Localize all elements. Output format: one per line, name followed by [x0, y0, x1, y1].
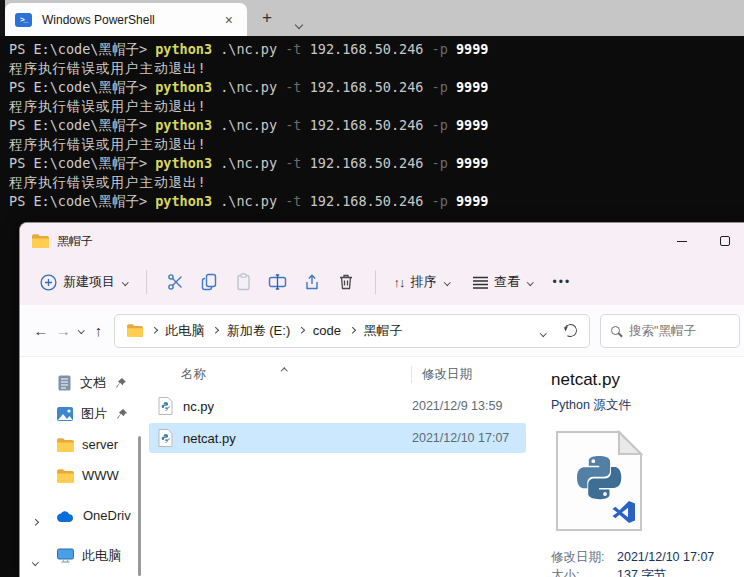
script-arg: .\nc.py [212, 41, 285, 57]
terminal-content[interactable]: PS E:\code\黑帽子> python3 .\nc.py -t 192.1… [0, 36, 744, 222]
explorer-address-row: ← → ↑ 此电脑 新加卷 (E:) code 黑帽子 [20, 305, 744, 357]
back-button[interactable]: ← [30, 322, 52, 339]
chevron-right-icon [349, 327, 355, 333]
sidebar-item-label: 此电脑 [82, 547, 121, 565]
explorer-content: 文档 图片 s [20, 357, 744, 577]
flag-p: -p [432, 117, 448, 133]
recent-locations-button[interactable] [74, 328, 87, 333]
column-headers: 名称 修改日期 [141, 359, 535, 389]
flag-p: -p [432, 79, 448, 95]
sidebar-item-server[interactable]: server [20, 429, 141, 460]
prompt-text: PS E:\code\黑帽子> [9, 41, 155, 57]
sidebar-item-documents[interactable]: 文档 [20, 367, 141, 398]
search-box[interactable] [600, 314, 740, 348]
file-modified-date: 2021/12/9 13:59 [412, 399, 502, 413]
address-bar[interactable]: 此电脑 新加卷 (E:) code 黑帽子 [114, 314, 590, 348]
sidebar-item-this-pc[interactable]: 此电脑 [20, 540, 141, 571]
share-button[interactable] [295, 267, 329, 297]
flag-t: -t [285, 155, 301, 171]
tab-dropdown-button[interactable] [296, 14, 302, 32]
sort-button[interactable]: ↑↓ 排序 [388, 267, 456, 297]
onedrive-icon [57, 510, 75, 522]
property-label: 修改日期: [551, 548, 617, 566]
scissors-icon [167, 273, 185, 291]
port-arg: 9999 [448, 41, 489, 57]
file-modified-date: 2021/12/10 17:07 [412, 431, 509, 445]
tab-windows-powershell[interactable]: >_ Windows PowerShell × [5, 3, 247, 36]
maximize-icon [720, 236, 730, 246]
terminal-command-line: PS E:\code\黑帽子> python3 .\nc.py -t 192.1… [9, 154, 744, 173]
folder-icon [127, 324, 143, 337]
sort-label: 排序 [411, 273, 437, 291]
details-properties: 修改日期: 2021/12/10 17:07 大小: 137 字节 创建日期: … [551, 548, 744, 577]
ip-arg: 192.168.50.246 [302, 79, 432, 95]
sort-arrows-icon: ↑↓ [394, 275, 405, 290]
column-divider[interactable] [411, 366, 412, 383]
sort-ascending-icon [282, 362, 287, 376]
maximize-button[interactable] [720, 236, 730, 246]
up-button[interactable]: ↑ [87, 322, 109, 339]
delete-button[interactable] [329, 267, 363, 297]
minimize-button[interactable] [677, 241, 687, 242]
window-title: 黑帽子 [57, 233, 669, 250]
prompt-text: PS E:\code\黑帽子> [9, 79, 155, 95]
chevron-down-icon [541, 330, 547, 336]
chevron-down-icon [78, 327, 84, 333]
new-tab-button[interactable]: + [262, 8, 272, 28]
rename-button[interactable] [261, 267, 295, 297]
plus-circle-icon [40, 274, 57, 291]
forward-button[interactable]: → [52, 322, 74, 339]
chevron-down-icon [295, 21, 303, 29]
search-input[interactable] [629, 324, 729, 338]
new-item-button[interactable]: 新建项目 [34, 267, 134, 297]
file-row-netcat-py[interactable]: netcat.py 2021/12/10 17:07 [149, 423, 526, 453]
file-row-nc-py[interactable]: nc.py 2021/12/9 13:59 [149, 391, 526, 421]
details-file-type: Python 源文件 [551, 397, 744, 414]
sidebar-item-onedrive[interactable]: OneDriv [20, 500, 141, 531]
command-text: python3 [155, 193, 212, 209]
document-icon [57, 375, 72, 391]
terminal-tab-bar: >_ Windows PowerShell × + [0, 0, 744, 36]
flag-t: -t [285, 79, 301, 95]
collapse-chevron[interactable] [33, 552, 38, 567]
view-label: 查看 [494, 273, 520, 291]
sidebar-item-label: 图片 [81, 405, 107, 423]
close-tab-icon[interactable]: × [221, 12, 237, 28]
flag-t: -t [285, 41, 301, 57]
ip-arg: 192.168.50.246 [302, 117, 432, 133]
view-button[interactable]: 查看 [467, 267, 539, 297]
port-arg: 9999 [448, 117, 489, 133]
prompt-text: PS E:\code\黑帽子> [9, 193, 155, 209]
see-more-button[interactable]: ••• [553, 275, 572, 289]
refresh-button[interactable] [563, 323, 579, 339]
cut-button[interactable] [159, 267, 193, 297]
column-header-modified[interactable]: 修改日期 [422, 366, 472, 383]
column-header-name[interactable]: 名称 [141, 366, 206, 383]
terminal-command-line: PS E:\code\黑帽子> python3 .\nc.py -t 192.1… [9, 192, 744, 211]
breadcrumb-heimaozi[interactable]: 黑帽子 [363, 322, 402, 340]
folder-icon [57, 438, 74, 452]
copy-button[interactable] [193, 267, 227, 297]
port-arg: 9999 [448, 155, 489, 171]
breadcrumb-drive-e[interactable]: 新加卷 (E:) [227, 322, 291, 340]
flag-p: -p [432, 155, 448, 171]
breadcrumb-code[interactable]: code [313, 323, 341, 338]
prompt-text: PS E:\code\黑帽子> [9, 155, 155, 171]
trash-icon [337, 273, 355, 291]
breadcrumb-this-pc[interactable]: 此电脑 [165, 322, 204, 340]
sidebar-item-www[interactable]: WWW [20, 460, 141, 491]
address-dropdown-button[interactable] [541, 323, 546, 338]
chevron-right-icon [32, 519, 38, 525]
explorer-titlebar: 黑帽子 [20, 223, 744, 259]
chevron-down-icon [122, 279, 128, 285]
flag-p: -p [432, 193, 448, 209]
expand-chevron[interactable] [33, 512, 38, 527]
chevron-down-icon [444, 279, 450, 285]
flag-t: -t [285, 193, 301, 209]
script-arg: .\nc.py [212, 155, 285, 171]
python-file-icon [158, 429, 173, 447]
paste-button[interactable] [227, 267, 261, 297]
pin-icon [117, 409, 127, 419]
navigation-pane: 文档 图片 s [20, 357, 141, 577]
sidebar-item-pictures[interactable]: 图片 [20, 398, 141, 429]
